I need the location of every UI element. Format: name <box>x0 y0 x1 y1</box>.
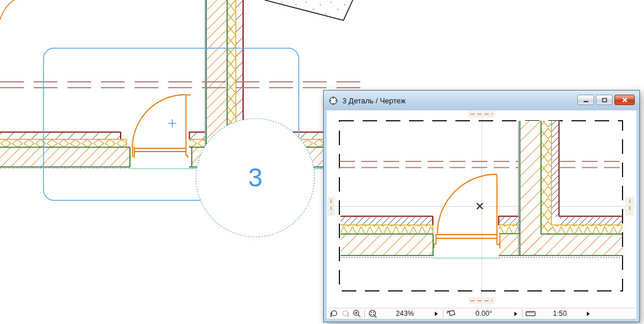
scale-value[interactable]: 1:50 <box>536 309 584 318</box>
door-swing-arc-fragment <box>0 0 16 20</box>
minimize-icon <box>583 98 589 103</box>
scale-flyout-arrow-icon[interactable] <box>584 308 593 319</box>
stippled-slab[interactable] <box>265 0 353 20</box>
plan-view-background: 3 3 Деталь / Чертеж <box>0 0 644 324</box>
maximize-button[interactable] <box>596 95 613 105</box>
detail-wall-stub[interactable] <box>498 216 520 234</box>
detail-window-icon <box>328 95 339 106</box>
zoom-value[interactable]: 243% <box>378 309 432 318</box>
fit-in-window-icon[interactable] <box>367 308 378 319</box>
door[interactable] <box>132 95 191 158</box>
detail-drawing-canvas[interactable] <box>327 110 636 308</box>
zoom-next-icon[interactable] <box>339 308 351 319</box>
detail-window: 3 Деталь / Чертеж <box>323 90 640 322</box>
zoom-in-icon[interactable] <box>351 308 363 319</box>
detail-marker-number: 3 <box>248 163 262 192</box>
window-toolbar: 243% 0.00° 1:50 <box>327 308 636 319</box>
wall-horizontal-left[interactable] <box>0 132 130 168</box>
window-titlebar[interactable]: 3 Деталь / Чертеж <box>324 91 639 110</box>
maximize-icon <box>602 98 607 103</box>
detail-door[interactable] <box>434 174 500 249</box>
detail-marker-circle[interactable]: 3 <box>196 118 314 237</box>
close-button[interactable] <box>614 95 635 105</box>
zoom-flyout-arrow-icon[interactable] <box>432 308 441 319</box>
scale-icon[interactable] <box>524 308 536 319</box>
axis-dashed-lines <box>0 82 364 88</box>
minimize-button[interactable] <box>577 95 594 105</box>
rotation-flyout-arrow-icon[interactable] <box>511 308 520 319</box>
zoom-previous-icon[interactable] <box>328 308 339 319</box>
rotation-value[interactable]: 0.00° <box>457 309 511 318</box>
rotation-icon[interactable] <box>445 308 457 319</box>
close-icon <box>622 97 628 103</box>
axis-dashed-lines-detail <box>339 161 623 168</box>
crosshair-lines <box>327 110 636 308</box>
detail-wall-left[interactable] <box>341 216 433 258</box>
anchor-plus-icon <box>168 120 176 128</box>
